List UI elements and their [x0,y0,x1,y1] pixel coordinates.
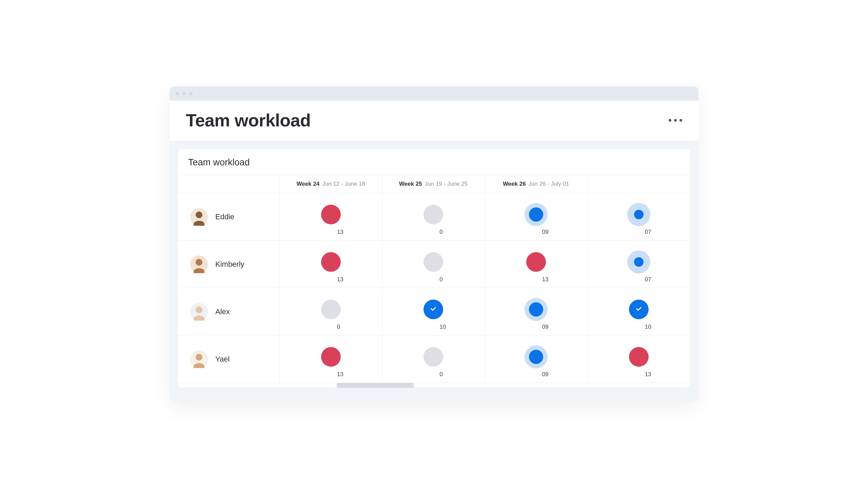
workload-indicator-empty [423,347,443,367]
horizontal-scrollbar-thumb[interactable] [337,383,414,388]
window-dot-icon [176,92,179,95]
workload-indicator-empty [423,252,443,272]
member-row-head: Eddie [178,193,280,241]
workload-value: 0 [337,324,340,330]
workload-cell[interactable]: 0 [382,193,485,241]
page-title: Team workload [186,110,311,130]
window-dot-icon [189,92,193,95]
window-titlebar [170,86,698,101]
workload-cell[interactable]: 13 [280,336,382,383]
workload-cell[interactable]: 09 [485,193,588,241]
workload-cell[interactable]: 09 [485,288,588,336]
workload-cell[interactable]: 13 [588,336,690,383]
workload-cell[interactable]: 13 [485,241,588,288]
workload-indicator-empty [321,300,341,319]
column-header-empty [178,175,280,193]
check-icon [430,305,437,314]
window-dot-icon [182,92,186,95]
workload-cell[interactable]: 07 [588,193,690,241]
workload-cell[interactable]: 0 [382,336,485,383]
svg-point-1 [196,211,202,218]
column-header: Week 25Jun 19 - June 25 [382,175,485,193]
week-label: Week 25 [399,181,422,187]
workload-indicator-partial [627,250,650,273]
avatar [190,208,208,226]
svg-point-5 [196,306,202,313]
workload-card: Team workload Week 24Jun 12 - June 18Wee… [178,149,690,388]
workload-indicator-partial [525,203,548,226]
workload-indicator-over [629,347,649,367]
workload-cell[interactable]: 0 [382,241,485,288]
avatar [190,256,208,273]
member-name: Alex [215,307,230,316]
member-name: Kimberly [215,260,244,269]
workload-value: 0 [439,371,442,378]
svg-point-7 [196,354,202,361]
column-header-overflow [588,175,690,193]
member-name: Eddie [215,212,234,221]
workload-indicator-over [321,205,341,224]
workload-value: 0 [439,229,442,236]
member-name: Yael [215,355,230,364]
workload-cell[interactable]: 10 [382,288,485,336]
workload-value: 13 [337,229,343,236]
workload-indicator-complete [629,300,649,319]
week-range: Jun 26 - July 01 [529,181,569,187]
member-row-head: Alex [178,288,280,336]
workload-indicator-partial [525,298,548,321]
workload-value: 09 [542,371,549,378]
workload-cell[interactable]: 13 [280,193,382,241]
avatar [190,303,208,321]
workload-value: 07 [645,229,651,236]
workload-value: 10 [645,324,651,330]
workload-indicator-empty [423,205,443,224]
workload-indicator-over [526,252,546,272]
week-range: Jun 12 - June 18 [322,181,365,187]
member-row-head: Kimberly [178,241,280,288]
app-header: Team workload [170,101,698,141]
horizontal-scrollbar-track[interactable] [178,383,690,388]
workload-value: 13 [542,276,549,283]
workload-cell[interactable]: 13 [280,241,382,288]
workload-cell[interactable]: 0 [280,288,382,336]
workload-cell[interactable]: 10 [588,288,690,336]
workload-value: 09 [542,229,549,236]
check-icon [635,305,643,314]
week-label: Week 24 [297,181,320,187]
column-header: Week 24Jun 12 - June 18 [280,175,382,193]
workload-cell[interactable]: 09 [485,336,588,383]
workload-value: 07 [645,276,651,283]
workload-indicator-over [321,252,341,272]
workload-indicator-complete [423,300,443,319]
week-range: Jun 19 - June 25 [425,181,468,187]
card-title: Team workload [188,157,680,168]
workload-cell[interactable]: 07 [588,241,690,288]
workload-indicator-partial [627,203,650,226]
svg-point-3 [196,259,202,266]
workload-grid: Week 24Jun 12 - June 18Week 25Jun 19 - J… [178,175,690,383]
workload-value: 10 [439,324,446,330]
workload-value: 13 [337,276,343,283]
column-header: Week 26Jun 26 - July 01 [485,175,588,193]
avatar [190,350,208,368]
workload-value: 13 [645,371,651,378]
workload-indicator-partial [525,345,548,368]
workload-value: 13 [337,371,343,378]
more-options-icon[interactable] [669,119,682,122]
card-header: Team workload [178,149,690,175]
workload-indicator-over [321,347,341,367]
browser-window: Team workload Team workload Week 24Jun 1… [170,86,698,402]
content-area: Team workload Week 24Jun 12 - June 18Wee… [170,141,698,402]
workload-value: 0 [439,276,442,283]
member-row-head: Yael [178,336,280,383]
week-label: Week 26 [503,181,526,187]
workload-value: 09 [542,324,549,330]
